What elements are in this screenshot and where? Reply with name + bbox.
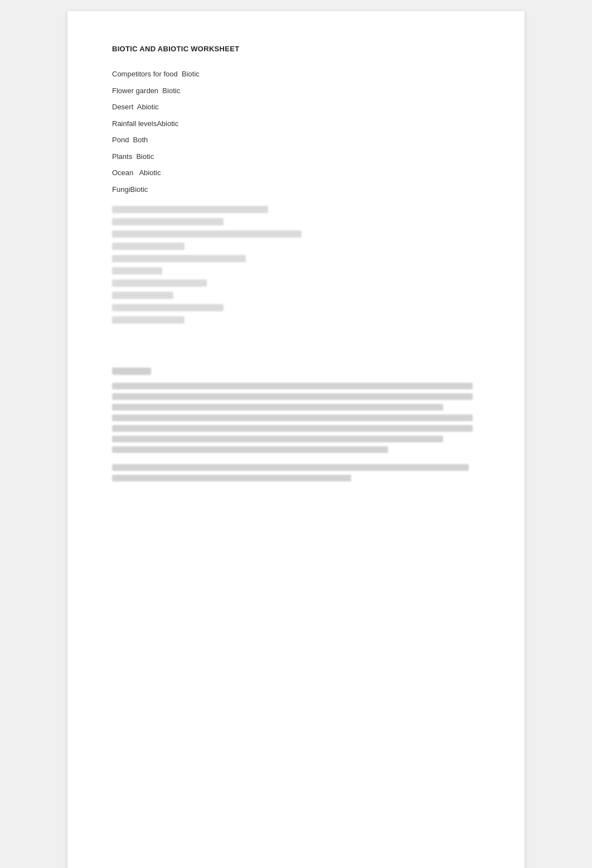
blurred-item: [112, 230, 302, 238]
item-category: Abiotic: [139, 168, 161, 177]
list-item: Rainfall levelsAbiotic: [112, 118, 480, 129]
bottom-label: [112, 368, 151, 375]
para-line: [112, 446, 388, 453]
para-line: [112, 425, 473, 432]
blurred-item: [112, 243, 185, 250]
item-category: Biotic: [136, 152, 154, 161]
para-line: [112, 436, 443, 442]
paragraph-block-1: [112, 383, 480, 453]
blurred-item: [112, 267, 162, 274]
blurred-item: [112, 304, 224, 311]
paragraph-block-2: [112, 464, 480, 481]
list-item: Plants Biotic: [112, 151, 480, 162]
list-item: Flower garden Biotic: [112, 85, 480, 97]
item-label: Competitors for food: [112, 70, 178, 78]
item-label: Flower garden: [112, 86, 158, 95]
blurred-item: [112, 206, 268, 213]
blurred-item: [112, 279, 207, 287]
item-category: Both: [133, 136, 148, 144]
para-line: [112, 414, 473, 421]
item-label: Fungi: [112, 185, 130, 194]
blurred-items-section: [112, 206, 480, 324]
para-line: [112, 404, 443, 411]
list-item: Pond Both: [112, 134, 480, 146]
para2-line: [112, 464, 469, 471]
item-label: Desert: [112, 103, 133, 111]
spacer: [112, 329, 480, 345]
list-item: Desert Abiotic: [112, 102, 480, 113]
item-category: Abiotic: [157, 119, 178, 128]
item-label: Pond: [112, 136, 129, 144]
blurred-item: [112, 292, 173, 299]
item-category: Abiotic: [137, 103, 159, 111]
item-category: Biotic: [182, 70, 200, 78]
item-label: Plants: [112, 152, 132, 161]
item-category: Biotic: [130, 185, 148, 194]
para-line: [112, 393, 473, 400]
para2-line: [112, 475, 351, 481]
list-item: Ocean Abiotic: [112, 167, 480, 179]
blurred-item: [112, 255, 246, 262]
spacer: [112, 345, 480, 362]
item-list: Competitors for food Biotic Flower garde…: [112, 69, 480, 195]
item-category: Biotic: [162, 86, 180, 95]
worksheet-page: BIOTIC AND ABIOTIC WORKSHEET Competitors…: [67, 11, 525, 868]
page-title: BIOTIC AND ABIOTIC WORKSHEET: [112, 45, 480, 53]
para-line: [112, 383, 473, 389]
blurred-item: [112, 218, 224, 225]
blurred-item: [112, 316, 185, 324]
list-item: FungiBiotic: [112, 184, 480, 195]
item-label: Rainfall levels: [112, 119, 157, 128]
bottom-section: [112, 368, 480, 481]
list-item: Competitors for food Biotic: [112, 69, 480, 80]
item-label: Ocean: [112, 168, 133, 177]
